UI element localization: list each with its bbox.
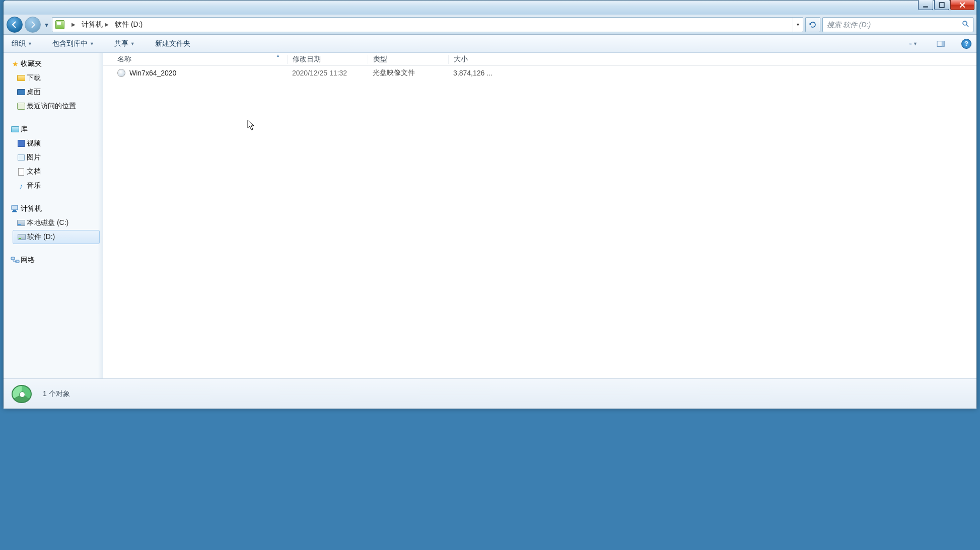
sidebar-item-documents[interactable]: 文档: [4, 165, 103, 179]
address-bar[interactable]: ▶ 计算机 ▶ 软件 (D:) ▾: [52, 17, 803, 32]
sidebar-item-downloads[interactable]: 下载: [4, 71, 103, 85]
column-headers[interactable]: 名称 ▲ 修改日期 类型 大小: [103, 53, 976, 66]
file-date: 2020/12/25 11:32: [287, 69, 368, 77]
titlebar: [4, 1, 976, 15]
video-icon: [17, 139, 26, 148]
network-icon: [11, 256, 20, 265]
column-type[interactable]: 类型: [368, 55, 448, 64]
close-button[interactable]: [950, 0, 974, 10]
help-button[interactable]: ?: [961, 39, 971, 49]
svg-rect-4: [909, 43, 910, 44]
sort-indicator-icon: ▲: [276, 53, 280, 58]
sidebar-item-disk-d[interactable]: 软件 (D:): [13, 230, 100, 244]
search-icon: [962, 20, 969, 29]
back-button[interactable]: [7, 17, 23, 33]
svg-point-2: [963, 21, 967, 25]
file-type: 光盘映像文件: [368, 68, 448, 77]
file-size: 3,874,126 ...: [448, 69, 504, 77]
new-folder-button[interactable]: 新建文件夹: [152, 37, 193, 50]
minimize-button[interactable]: [918, 0, 933, 10]
explorer-window: ▾ ▶ 计算机 ▶ 软件 (D:) ▾ 组织▼: [3, 0, 977, 409]
svg-rect-12: [13, 210, 16, 211]
drive-status-icon: [10, 383, 34, 405]
navigation-pane: ★ 收藏夹 下载 桌面 最近访问的位置: [4, 53, 103, 378]
search-box[interactable]: [822, 17, 973, 32]
breadcrumb-computer[interactable]: 计算机 ▶: [79, 18, 112, 32]
view-options-button[interactable]: ▼: [907, 38, 920, 49]
svg-rect-1: [939, 3, 944, 8]
include-in-library-button[interactable]: 包含到库中▼: [49, 37, 97, 50]
breadcrumb-root[interactable]: ▶: [66, 18, 79, 32]
column-size[interactable]: 大小: [448, 55, 504, 64]
drive-icon: [55, 20, 64, 29]
navigation-bar: ▾ ▶ 计算机 ▶ 软件 (D:) ▾: [4, 15, 976, 35]
sidebar-group-libraries: 库 视频 图片 文档 ♪ 音乐: [4, 122, 103, 193]
maximize-button[interactable]: [934, 0, 949, 10]
sidebar-network[interactable]: 网络: [4, 253, 103, 267]
toolbar: 组织▼ 包含到库中▼ 共享▼ 新建文件夹 ▼ ?: [4, 35, 976, 53]
breadcrumb-label: 计算机: [82, 20, 103, 29]
breadcrumb-label: 软件 (D:): [115, 20, 143, 29]
sidebar-item-pictures[interactable]: 图片: [4, 150, 103, 165]
preview-pane-button[interactable]: [934, 38, 947, 49]
computer-icon: [11, 204, 20, 213]
documents-icon: [17, 167, 26, 176]
organize-button[interactable]: 组织▼: [9, 37, 35, 50]
sidebar-group-network: 网络: [4, 253, 103, 267]
sidebar-group-favorites: ★ 收藏夹 下载 桌面 最近访问的位置: [4, 57, 103, 113]
file-list-pane: 名称 ▲ 修改日期 类型 大小 Win7x64_2020 2020/12/25 …: [103, 53, 976, 378]
sidebar-libraries[interactable]: 库: [4, 122, 103, 136]
share-button[interactable]: 共享▼: [111, 37, 138, 50]
sidebar-item-desktop[interactable]: 桌面: [4, 85, 103, 99]
search-input[interactable]: [827, 21, 962, 29]
breadcrumb-drive[interactable]: 软件 (D:): [112, 18, 146, 32]
sidebar-item-recent[interactable]: 最近访问的位置: [4, 99, 103, 113]
status-text: 1 个对象: [43, 389, 70, 399]
sidebar-favorites[interactable]: ★ 收藏夹: [4, 57, 103, 71]
svg-rect-11: [12, 205, 18, 210]
music-icon: ♪: [17, 181, 26, 190]
sidebar-item-disk-c[interactable]: 本地磁盘 (C:): [4, 216, 103, 230]
history-dropdown[interactable]: ▾: [43, 17, 50, 33]
svg-rect-0: [923, 6, 928, 7]
iso-file-icon: [117, 69, 125, 77]
file-row[interactable]: Win7x64_2020 2020/12/25 11:32 光盘映像文件 3,8…: [103, 66, 976, 80]
folder-icon: [17, 73, 26, 83]
forward-button[interactable]: [25, 17, 41, 33]
svg-rect-10: [942, 41, 944, 46]
svg-rect-3: [909, 43, 910, 43]
column-date[interactable]: 修改日期: [287, 55, 368, 64]
svg-rect-13: [12, 211, 17, 212]
recent-icon: [17, 102, 26, 111]
status-bar: 1 个对象: [4, 378, 976, 409]
refresh-button[interactable]: [805, 17, 820, 32]
star-icon: ★: [11, 59, 20, 68]
disk-icon: [17, 232, 26, 242]
libraries-icon: [11, 125, 20, 134]
sidebar-item-music[interactable]: ♪ 音乐: [4, 179, 103, 193]
desktop-icon: [17, 88, 26, 97]
sidebar-computer[interactable]: 计算机: [4, 202, 103, 216]
address-dropdown[interactable]: ▾: [793, 18, 803, 32]
sidebar-item-videos[interactable]: 视频: [4, 136, 103, 150]
sidebar-group-computer: 计算机 本地磁盘 (C:) 软件 (D:): [4, 202, 103, 244]
column-name[interactable]: 名称 ▲: [112, 55, 287, 64]
svg-rect-14: [11, 257, 15, 260]
disk-icon: [17, 218, 26, 227]
pictures-icon: [17, 153, 26, 162]
file-name: Win7x64_2020: [129, 69, 176, 77]
